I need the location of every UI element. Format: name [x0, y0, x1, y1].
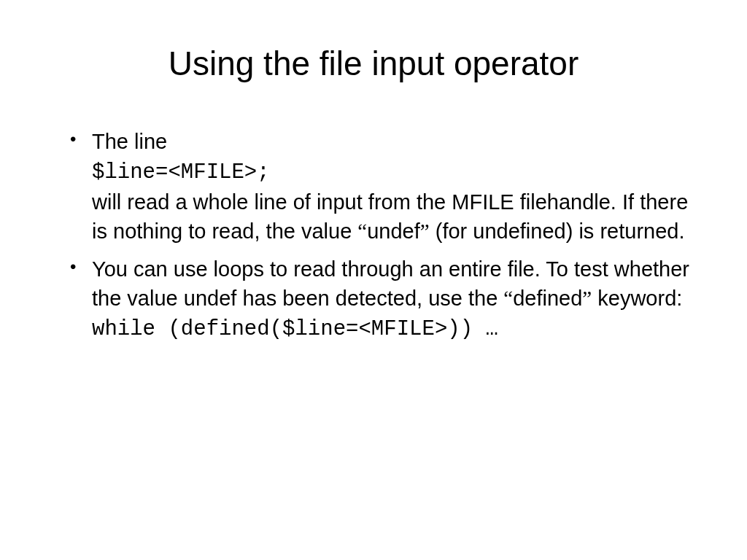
bullet-text: (for undefined) is returned.: [430, 219, 685, 243]
code-snippet: while (defined($line=<MFILE>)) …: [92, 317, 498, 341]
bullet-text: keyword:: [592, 287, 682, 310]
bullet-item: The line $line=<MFILE>; will read a whol…: [66, 127, 696, 246]
quote-open: “: [357, 219, 367, 243]
bullet-text: defined: [513, 287, 582, 310]
bullet-item: You can use loops to read through an ent…: [66, 254, 696, 344]
quote-close: ”: [420, 219, 430, 243]
quote-open: “: [503, 287, 513, 310]
slide-title: Using the file input operator: [51, 44, 696, 83]
bullet-list: The line $line=<MFILE>; will read a whol…: [66, 127, 696, 344]
slide-content: The line $line=<MFILE>; will read a whol…: [51, 127, 696, 344]
code-snippet: $line=<MFILE>;: [92, 160, 270, 184]
bullet-text: undef: [367, 219, 420, 243]
quote-close: ”: [582, 287, 592, 310]
bullet-text: The line: [92, 130, 167, 153]
